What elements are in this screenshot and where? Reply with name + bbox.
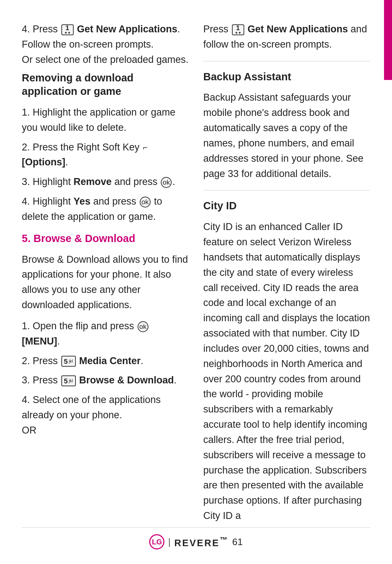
- page-footer: LG | REVERE™ 61: [22, 527, 370, 549]
- removing-steps-list: 1. Highlight the application or game you…: [22, 105, 189, 225]
- list-item: 4. Highlight Yes and press ok to delete …: [22, 194, 189, 225]
- footer-logo: LG | REVERE™ 61: [149, 534, 242, 549]
- ok-icon-menu: ok: [138, 321, 148, 332]
- key-1-icon: 1 ✦✦: [61, 24, 74, 35]
- lg-circle-icon: LG: [149, 534, 164, 549]
- step4-intro: 4. Press 1 ✦✦ Get New Applications. Foll…: [22, 22, 189, 68]
- accent-bar: [384, 0, 392, 80]
- list-item: 3. Highlight Remove and press ok.: [22, 174, 189, 190]
- key-5-browse-icon: 5 jkl: [61, 375, 76, 386]
- ok-icon: ok: [161, 177, 172, 188]
- list-item: 2. Press the Right Soft Key ⌐ [Options].: [22, 140, 189, 170]
- divider-1: [203, 61, 370, 61]
- browse-download-heading: 5. Browse & Download: [22, 232, 189, 246]
- softkey-icon: ⌐: [143, 141, 148, 154]
- key-5-media-icon: 5 jkl: [61, 356, 76, 367]
- removing-heading: Removing a download application or game: [22, 71, 189, 98]
- page-number: 61: [232, 536, 243, 548]
- right-column: Press 1 ✦✦ Get New Applications and foll…: [203, 22, 370, 529]
- backup-text: Backup Assistant safeguards your mobile …: [203, 90, 370, 181]
- list-item: 3. Press 5 jkl Browse & Download.: [22, 373, 189, 388]
- browse-intro-text: Browse & Download allows you to find app…: [22, 252, 189, 313]
- right-step4-intro: Press 1 ✦✦ Get New Applications and foll…: [203, 22, 370, 52]
- list-item: 2. Press 5 jkl Media Center.: [22, 354, 189, 369]
- list-item: 1. Highlight the application or game you…: [22, 105, 189, 136]
- two-column-layout: 4. Press 1 ✦✦ Get New Applications. Foll…: [22, 22, 370, 529]
- left-column: 4. Press 1 ✦✦ Get New Applications. Foll…: [22, 22, 189, 529]
- cityid-text: City ID is an enhanced Caller ID feature…: [203, 219, 370, 524]
- ok-icon-2: ok: [140, 197, 151, 208]
- browse-steps-list: 1. Open the flip and press ok [MENU]. 2.…: [22, 319, 189, 438]
- footer-pipe: |: [168, 536, 171, 548]
- revere-brand: REVERE™: [174, 535, 229, 549]
- step4-bold: Get New Applications: [77, 24, 177, 35]
- list-item: 4. Select one of the applications alread…: [22, 392, 189, 438]
- divider-2: [203, 190, 370, 190]
- page-container: 4. Press 1 ✦✦ Get New Applications. Foll…: [0, 0, 392, 564]
- list-item: 1. Open the flip and press ok [MENU].: [22, 319, 189, 349]
- key-1-icon-right: 1 ✦✦: [232, 24, 244, 35]
- cityid-heading: City ID: [203, 199, 370, 213]
- backup-assistant-heading: Backup Assistant: [203, 70, 370, 84]
